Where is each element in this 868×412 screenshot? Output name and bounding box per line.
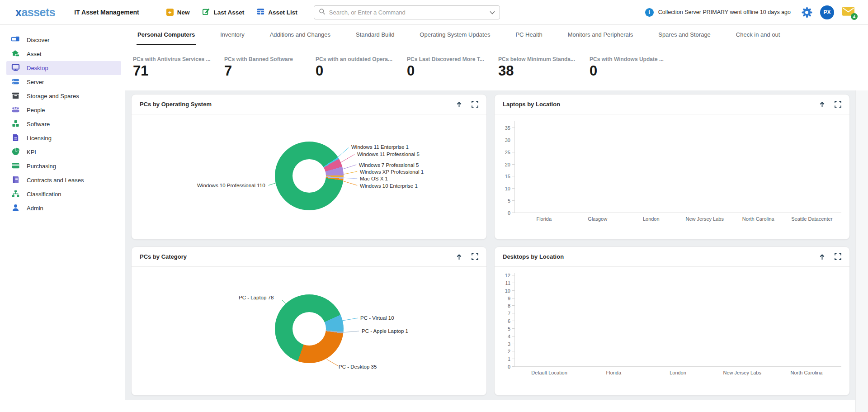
kpi-below-minimum-standard[interactable]: PCs below Minimum Standa... 38 bbox=[498, 56, 590, 90]
expand-icon[interactable] bbox=[835, 253, 841, 260]
tab-monitors-and-peripherals[interactable]: Monitors and Peripherals bbox=[567, 25, 634, 45]
kpi-label: PCs with an outdated Opera... bbox=[316, 56, 407, 62]
export-up-arrow-icon[interactable] bbox=[819, 101, 826, 108]
kpi-label: PCs with Windows Update ... bbox=[590, 56, 681, 62]
card-title: PCs by Category bbox=[140, 253, 187, 260]
last-asset-label: Last Asset bbox=[213, 9, 244, 16]
chevron-down-icon[interactable] bbox=[490, 8, 495, 16]
mail-count-badge: 4 bbox=[851, 13, 858, 20]
kpi-label: PCs with Antivirus Services ... bbox=[133, 56, 224, 62]
x-axis-label: Glasgow bbox=[571, 216, 625, 222]
sidebar-item-kpi[interactable]: KPI bbox=[6, 145, 121, 159]
kpi-value: 7 bbox=[224, 64, 316, 78]
slice-label-pc-desktop: PC - Desktop 35 bbox=[339, 364, 377, 369]
export-up-arrow-icon[interactable] bbox=[819, 253, 826, 260]
tab-spares-and-storage[interactable]: Spares and Storage bbox=[657, 25, 712, 45]
sidebar-item-storage-and-spares[interactable]: Storage and Spares bbox=[6, 89, 121, 103]
people-icon bbox=[11, 105, 20, 115]
y-tick-label: 3 bbox=[508, 341, 510, 347]
tab-inventory[interactable]: Inventory bbox=[219, 25, 245, 45]
sidebar-item-server[interactable]: Server bbox=[6, 75, 121, 89]
kpi-outdated-os[interactable]: PCs with an outdated Opera... 0 bbox=[316, 56, 407, 90]
sidebar-item-classification[interactable]: Classification bbox=[6, 187, 121, 201]
x-axis-label: New Jersey Labs bbox=[710, 370, 774, 375]
command-search[interactable] bbox=[314, 5, 500, 19]
settings-gear-icon[interactable] bbox=[802, 7, 812, 18]
sidebar-item-software[interactable]: Software bbox=[6, 117, 121, 131]
kpi-last-discovered[interactable]: PCs Last Discovered More T... 0 bbox=[407, 56, 498, 90]
desktops-bar-chart: 0123456789101112 Default LocationFlorida… bbox=[495, 267, 849, 395]
expand-icon[interactable] bbox=[472, 101, 478, 108]
card-title: PCs by Operating System bbox=[140, 101, 212, 108]
sidebar-item-asset[interactable]: Asset bbox=[6, 47, 121, 61]
export-up-arrow-icon[interactable] bbox=[456, 101, 462, 108]
sidebar-label: KPI bbox=[27, 149, 36, 156]
kpi-antivirus[interactable]: PCs with Antivirus Services ... 71 bbox=[133, 56, 224, 90]
x-axis-label: London bbox=[624, 216, 678, 222]
x-axis-label: London bbox=[646, 370, 710, 375]
search-input[interactable] bbox=[329, 9, 490, 16]
sidebar-item-contracts-and-leases[interactable]: Contracts and Leases bbox=[6, 173, 121, 187]
sidebar-item-people[interactable]: People bbox=[6, 103, 121, 117]
app-window: xassets IT Asset Management + New Last A… bbox=[0, 0, 868, 412]
mail-button[interactable]: 4 bbox=[842, 7, 854, 18]
licensing-document-icon bbox=[11, 133, 20, 143]
x-axis-labels: FloridaGlasgowLondonNew Jersey LabsNorth… bbox=[514, 216, 841, 222]
page-bottom-whitespace bbox=[125, 400, 868, 412]
kpi-label: PCs with Banned Software bbox=[224, 56, 316, 62]
asset-list-button[interactable]: Asset List bbox=[257, 8, 297, 17]
slice-label-windows-11-professional: Windows 11 Professional 5 bbox=[357, 152, 420, 157]
kpi-pie-icon bbox=[11, 147, 20, 157]
sidebar-item-admin[interactable]: Admin bbox=[6, 201, 121, 215]
y-tick-label: 15 bbox=[505, 174, 510, 179]
tab-standard-build[interactable]: Standard Build bbox=[355, 25, 395, 45]
card-title: Desktops by Location bbox=[503, 253, 564, 260]
sidebar-label: Software bbox=[27, 121, 50, 128]
tab-check-in-and-out[interactable]: Check in and out bbox=[735, 25, 781, 45]
server-icon bbox=[11, 77, 20, 87]
kpi-windows-update[interactable]: PCs with Windows Update ... 0 bbox=[590, 56, 681, 90]
tab-additions-and-changes[interactable]: Additions and Changes bbox=[269, 25, 331, 45]
tab-personal-computers[interactable]: Personal Computers bbox=[137, 25, 196, 45]
tab-operating-system-updates[interactable]: Operating System Updates bbox=[419, 25, 491, 45]
kpi-label: PCs below Minimum Standa... bbox=[498, 56, 590, 62]
slice-label-mac-os-x: Mac OS X 1 bbox=[360, 176, 388, 181]
sidebar-item-discover[interactable]: Discover bbox=[6, 33, 121, 47]
sidebar-item-desktop[interactable]: Desktop bbox=[6, 61, 121, 75]
y-tick-label: 7 bbox=[508, 311, 510, 316]
y-tick-label: 35 bbox=[505, 125, 510, 131]
sidebar-label: Contracts and Leases bbox=[27, 177, 84, 184]
tab-pc-health[interactable]: PC Health bbox=[514, 25, 543, 45]
card-title: Laptops by Location bbox=[503, 101, 560, 108]
plot-area bbox=[514, 273, 841, 367]
y-tick-label: 0 bbox=[508, 364, 510, 369]
os-donut[interactable] bbox=[275, 142, 344, 210]
info-icon: i bbox=[645, 8, 654, 17]
sidebar-item-licensing[interactable]: Licensing bbox=[6, 131, 121, 145]
sidebar-label: Licensing bbox=[27, 135, 52, 142]
storage-box-icon bbox=[11, 91, 20, 101]
kpi-banned-software[interactable]: PCs with Banned Software 7 bbox=[224, 56, 316, 90]
xassets-logo: xassets bbox=[15, 6, 55, 19]
table-icon bbox=[257, 8, 264, 17]
category-donut[interactable] bbox=[275, 294, 344, 363]
slice-label-pc-virtual: PC - Virtual 10 bbox=[360, 315, 394, 321]
notification[interactable]: i Collection Server PRIMARY went offline… bbox=[645, 8, 791, 17]
card-pcs-by-operating-system: PCs by Operating System bbox=[131, 94, 487, 240]
export-up-arrow-icon[interactable] bbox=[456, 253, 462, 260]
expand-icon[interactable] bbox=[472, 253, 478, 260]
logo-rest: assets bbox=[21, 6, 55, 19]
classification-tree-icon bbox=[11, 189, 20, 199]
new-button-label: New bbox=[177, 9, 190, 16]
sidebar-label: Purchasing bbox=[27, 163, 56, 170]
sidebar-label: Classification bbox=[27, 191, 61, 198]
sidebar-label: Discover bbox=[27, 37, 50, 43]
user-avatar[interactable]: PX bbox=[820, 5, 834, 19]
expand-icon[interactable] bbox=[835, 101, 841, 108]
x-axis-label: Default Location bbox=[517, 370, 581, 375]
logo-x: x bbox=[15, 6, 21, 19]
y-tick-label: 5 bbox=[508, 198, 510, 204]
sidebar-item-purchasing[interactable]: Purchasing bbox=[6, 159, 121, 173]
last-asset-button[interactable]: Last Asset bbox=[202, 8, 244, 17]
new-button[interactable]: + New bbox=[166, 9, 190, 16]
